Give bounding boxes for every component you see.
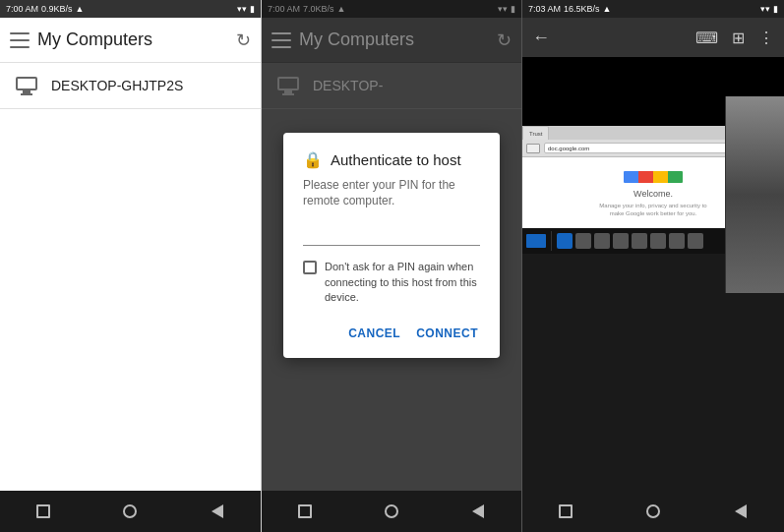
panel-computers-list: 7:00 AM 0.9KB/s ▲ ▾▾ ▮ My Computers ↻ DE… — [0, 0, 262, 532]
back-icon-1 — [211, 504, 223, 518]
cancel-button[interactable]: CANCEL — [346, 323, 402, 344]
p3-bar-icons: ⌨ ⊞ ⋮ — [695, 29, 774, 47]
taskbar-icon-7[interactable] — [669, 233, 685, 249]
browser-tab-trust[interactable]: Trust — [522, 126, 549, 140]
auth-dialog: 🔒 Authenticate to host Please enter your… — [283, 133, 500, 359]
dialog-subtitle: Please enter your PIN for the remote com… — [303, 177, 480, 210]
welcome-heading: Welcome. — [633, 189, 673, 199]
status-time-1: 7:00 AM — [6, 4, 38, 14]
nav-circle-3[interactable] — [639, 498, 667, 525]
lock-icon: 🔒 — [303, 150, 323, 169]
taskbar-icon-browser[interactable] — [557, 233, 573, 249]
taskbar-icon-2[interactable] — [575, 233, 591, 249]
square-icon-1 — [36, 504, 50, 518]
browser-tab-label: Trust — [529, 131, 542, 137]
status-time-3: 7:03 AM — [528, 4, 561, 14]
keyboard-icon[interactable]: ⌨ — [695, 29, 718, 47]
status-data-3: 16.5KB/s — [564, 4, 600, 14]
grid-icon[interactable]: ⊞ — [732, 29, 745, 47]
nav-circle-1[interactable] — [116, 498, 144, 525]
nav-back-3[interactable] — [727, 498, 754, 525]
status-signal-1: ▲ — [76, 4, 85, 14]
nav-bar-1 — [0, 491, 261, 532]
refresh-icon-1[interactable]: ↻ — [236, 30, 251, 51]
checkbox-box — [303, 261, 317, 274]
taskbar-icon-6[interactable] — [650, 233, 666, 249]
status-data-1: 0.9KB/s — [41, 4, 73, 14]
nav-square-3[interactable] — [552, 498, 579, 525]
app-bar-1: My Computers ↻ — [0, 18, 261, 63]
taskbar-icon-8[interactable] — [688, 233, 703, 249]
status-wifi-3: ▾▾ — [760, 4, 770, 14]
dialog-overlay: 🔒 Authenticate to host Please enter your… — [262, 0, 521, 491]
computer-list-1: DESKTOP-GHJTP2S — [0, 63, 261, 491]
remote-screen[interactable]: Trust doc.google.com Welcome. Manage you… — [522, 57, 784, 491]
back-icon-2 — [472, 504, 484, 518]
taskbar-icon-3[interactable] — [594, 233, 610, 249]
back-icon-3 — [735, 504, 747, 518]
nav-circle-2[interactable] — [378, 498, 405, 525]
panel-auth-dialog: 7:00 AM 7.0KB/s ▲ ▾▾ ▮ My Computers ↻ DE… — [262, 0, 522, 532]
google-logo — [624, 171, 683, 183]
welcome-subtext: Manage your info, privacy and security t… — [594, 202, 712, 218]
circle-icon-2 — [385, 504, 398, 518]
status-bar-3: 7:03 AM 16.5KB/s ▲ ▾▾ ▮ — [522, 0, 784, 18]
square-icon-2 — [298, 504, 312, 518]
circle-icon-1 — [123, 504, 137, 518]
square-icon-3 — [559, 504, 573, 518]
pin-input[interactable] — [303, 221, 480, 246]
checkbox-row: Don't ask for a PIN again when connectin… — [303, 260, 480, 305]
status-battery-1: ▮ — [250, 4, 255, 14]
dialog-actions: CANCEL CONNECT — [303, 323, 480, 344]
connect-button[interactable]: CONNECT — [414, 323, 480, 344]
back-arrow-icon[interactable]: ← — [532, 28, 550, 48]
status-battery-3: ▮ — [773, 4, 778, 14]
taskbar-divider — [551, 231, 552, 251]
taskbar-start[interactable] — [526, 234, 546, 248]
nav-back-2[interactable] — [464, 498, 492, 525]
panel-remote-desktop: 7:03 AM 16.5KB/s ▲ ▾▾ ▮ ← ⌨ ⊞ ⋮ Tr — [522, 0, 784, 532]
status-signal-3: ▲ — [603, 4, 612, 14]
checkbox-label: Don't ask for a PIN again when connectin… — [325, 260, 480, 305]
monitor-icon-1 — [16, 77, 37, 94]
taskbar-icon-5[interactable] — [632, 233, 647, 249]
circle-icon-3 — [646, 504, 660, 518]
nav-bar-3 — [522, 491, 784, 532]
computer-name-1: DESKTOP-GHJTP2S — [51, 78, 183, 93]
page-title-1: My Computers — [37, 30, 236, 50]
nav-square-1[interactable] — [30, 498, 57, 525]
dialog-title: Authenticate to host — [331, 151, 461, 168]
browser-back-btn[interactable] — [526, 144, 540, 153]
side-image-overlay — [725, 96, 784, 293]
computer-item-1[interactable]: DESKTOP-GHJTP2S — [0, 63, 261, 109]
menu-icon-1[interactable] — [10, 32, 30, 48]
dialog-title-row: 🔒 Authenticate to host — [303, 150, 480, 169]
taskbar-icon-4[interactable] — [613, 233, 629, 249]
nav-back-1[interactable] — [204, 498, 231, 525]
more-options-icon[interactable]: ⋮ — [758, 29, 774, 47]
nav-square-2[interactable] — [291, 498, 319, 525]
dont-ask-checkbox[interactable] — [303, 261, 317, 274]
nav-bar-2 — [262, 491, 521, 532]
status-wifi-1: ▾▾ — [237, 4, 247, 14]
app-bar-3: ← ⌨ ⊞ ⋮ — [522, 18, 784, 57]
status-bar-1: 7:00 AM 0.9KB/s ▲ ▾▾ ▮ — [0, 0, 261, 18]
